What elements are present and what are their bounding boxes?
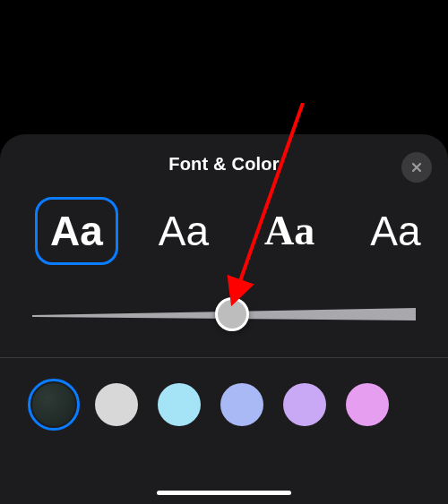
color-swatch-pink[interactable] xyxy=(346,383,389,426)
font-color-panel: Font & Color Aa Aa Aa Aa xyxy=(0,134,448,504)
color-swatch-dark[interactable] xyxy=(32,383,75,426)
color-swatch-periwinkle[interactable] xyxy=(220,383,263,426)
color-swatch-lavender[interactable] xyxy=(283,383,326,426)
slider-thumb[interactable] xyxy=(215,297,249,331)
close-icon xyxy=(409,160,424,175)
color-swatch-grey[interactable] xyxy=(95,383,138,426)
font-option-0[interactable]: Aa xyxy=(39,201,114,261)
close-button[interactable] xyxy=(401,152,432,183)
font-option-2[interactable]: Aa xyxy=(254,201,325,261)
color-picker[interactable] xyxy=(0,358,448,451)
font-option-1[interactable]: Aa xyxy=(148,201,220,261)
font-size-slider[interactable] xyxy=(32,296,416,332)
color-swatch-lightblue[interactable] xyxy=(158,383,201,426)
home-indicator[interactable] xyxy=(157,491,291,495)
font-option-3[interactable]: Aa xyxy=(359,201,431,261)
panel-title: Font & Color xyxy=(18,154,430,175)
font-style-picker[interactable]: Aa Aa Aa Aa xyxy=(0,192,448,269)
panel-header: Font & Color xyxy=(0,154,448,175)
